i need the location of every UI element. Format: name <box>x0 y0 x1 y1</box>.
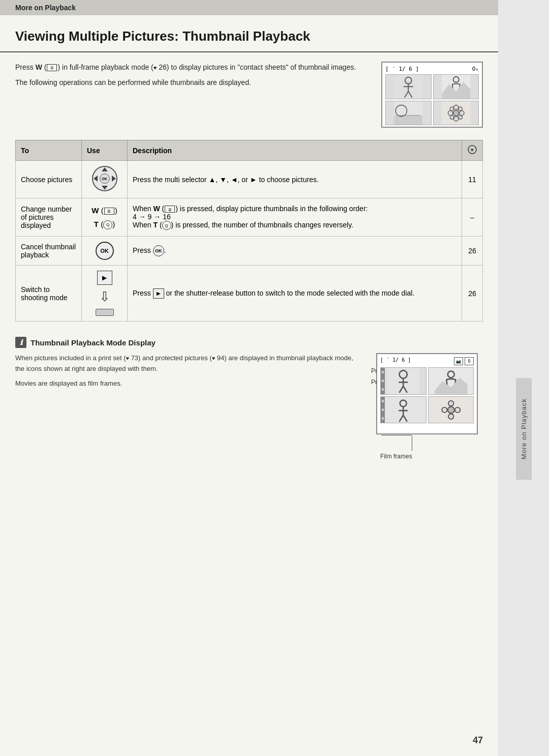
row1-desc: Press the multi selector ▲, ▼, ◄, or ► t… <box>128 161 462 198</box>
thumb-3 <box>385 101 432 126</box>
note-bottom: When pictures included in a print set (♥… <box>15 353 483 460</box>
table-row: Cancel thumbnail playback OK Press OK. 2… <box>16 237 483 266</box>
row3-ref: 26 <box>462 237 483 266</box>
svg-point-16 <box>448 110 452 115</box>
svg-point-17 <box>459 110 464 115</box>
svg-text:♥: ♥ <box>471 147 474 153</box>
thumbnail-grid <box>385 74 479 125</box>
svg-point-13 <box>453 110 459 115</box>
table-row: Change number of pictures displayed W (≧… <box>16 198 483 237</box>
intro-section: Press W (≧) in full-frame playback mode … <box>0 62 498 128</box>
row2-ref: – <box>462 198 483 237</box>
svg-point-18 <box>450 107 453 110</box>
page-title: Viewing Multiple Pictures: Thumbnail Pla… <box>0 20 498 52</box>
col-header-use: Use <box>82 140 128 161</box>
row2-desc: When W (≧) is pressed, display picture t… <box>128 198 462 237</box>
svg-point-19 <box>458 107 462 110</box>
svg-point-20 <box>450 115 453 119</box>
col-header-to: To <box>16 140 82 161</box>
row4-use: ▶ ⇩ <box>82 266 128 322</box>
note-header: ℹ Thumbnail Playback Mode Display <box>15 337 483 348</box>
note-section: ℹ Thumbnail Playback Mode Display When p… <box>0 337 498 460</box>
svg-point-21 <box>458 115 462 119</box>
film-frames-label: Film frames <box>380 453 412 460</box>
svg-point-42 <box>442 407 447 412</box>
col-header-desc: Description <box>128 140 462 161</box>
row2-use: W (≧) T (Q) <box>82 198 128 237</box>
row1-to: Choose pictures <box>16 161 82 198</box>
section-title: More on Playback <box>15 4 76 12</box>
operations-table: To Use Description ♥ Choose pictures <box>15 140 483 322</box>
row4-to: Switch to shooting mode <box>16 266 82 322</box>
row3-to: Cancel thumbnail playback <box>16 237 82 266</box>
svg-rect-9 <box>394 115 422 125</box>
row1-use: OK <box>82 161 128 198</box>
svg-point-14 <box>453 105 458 109</box>
table-row: Choose pictures OK Press th <box>16 161 483 198</box>
thumb-2 <box>433 74 479 99</box>
note-diagram: Protect icon Print set icon [ ′ 1/ 6 ] 📷… <box>371 353 483 460</box>
svg-point-39 <box>447 406 454 413</box>
screen-counter: [ ′ 1/ 6 ] <box>385 66 419 72</box>
screen-protect-icon: Oₙ <box>472 66 479 72</box>
side-tab: More on Playback <box>498 0 549 756</box>
note-title: Thumbnail Playback Mode Display <box>30 338 156 347</box>
camera-screen: [ ′ 1/ 6 ] Oₙ <box>381 62 483 128</box>
svg-point-40 <box>448 400 453 405</box>
intro-text: Press W (≧) in full-frame playback mode … <box>15 62 366 128</box>
note-body2: Movies are displayed as film frames. <box>15 379 356 389</box>
row3-desc: Press OK. <box>128 237 462 266</box>
row3-use: OK <box>82 237 128 266</box>
note-text-col: When pictures included in a print set (♥… <box>15 353 356 389</box>
page-number: 47 <box>473 735 483 746</box>
table-header-row: To Use Description ♥ <box>16 140 483 161</box>
w-button-icon: ≧ <box>47 64 57 71</box>
row4-desc: Press ▶ or the shutter-release button to… <box>128 266 462 322</box>
svg-point-15 <box>453 116 458 121</box>
intro-para2: The following operations can be performe… <box>15 77 366 88</box>
thumb-1 <box>385 74 432 99</box>
note-icon: ℹ <box>15 337 26 348</box>
intro-para1: Press W (≧) in full-frame playback mode … <box>15 62 366 73</box>
table-row: Switch to shooting mode ▶ ⇩ Press ▶ or t… <box>16 266 483 322</box>
row1-ref: 11 <box>462 161 483 198</box>
screen-header: [ ′ 1/ 6 ] Oₙ <box>385 66 479 72</box>
camera-preview: [ ′ 1/ 6 ] Oₙ <box>381 62 483 128</box>
svg-point-41 <box>448 414 453 419</box>
row4-ref: 26 <box>462 266 483 322</box>
col-header-icon: ♥ <box>462 140 483 161</box>
row2-to: Change number of pictures displayed <box>16 198 82 237</box>
note-body1: When pictures included in a print set (♥… <box>15 353 356 374</box>
section-header: More on Playback <box>0 0 498 15</box>
thumb-4 <box>433 101 479 126</box>
svg-point-43 <box>454 407 460 412</box>
side-tab-text: More on Playback <box>516 378 532 480</box>
